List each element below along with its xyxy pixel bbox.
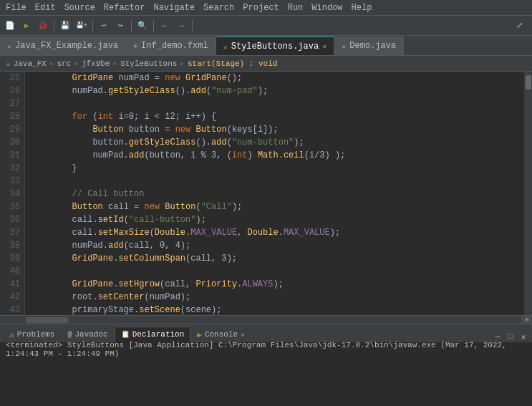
line-num-31: 31 xyxy=(0,149,20,162)
line-num-43: 43 xyxy=(0,304,20,315)
line-num-38: 38 xyxy=(0,239,20,252)
line-num-40: 40 xyxy=(0,265,20,278)
toolbar-undo[interactable]: ↩ xyxy=(97,19,111,33)
breadcrumb-pkg[interactable]: jfx9be xyxy=(82,59,110,68)
code-line-25: GridPane numPad = new GridPane(); xyxy=(31,72,524,84)
code-line-28: for (int i=0; i < 12; i++) { xyxy=(31,110,524,123)
bottom-panel: ⚠ Problems @ Javadoc 📋 Declaration ▶ Con… xyxy=(0,324,532,357)
tab-java-fx[interactable]: ☕ Java_FX_Example.java xyxy=(0,37,126,55)
inf-demo-icon: ◈ xyxy=(133,42,137,50)
line-num-36: 36 xyxy=(0,213,20,226)
breadcrumb-sep2: ▸ xyxy=(74,59,79,68)
code-area[interactable]: GridPane numPad = new GridPane(); numPad… xyxy=(25,72,524,315)
breadcrumb-sep4: ▸ xyxy=(180,59,185,68)
tab-style-buttons-label: StyleButtons.java xyxy=(231,42,319,52)
toolbar-sep5 xyxy=(192,20,193,32)
menu-run[interactable]: Run xyxy=(288,3,304,13)
code-line-40 xyxy=(31,265,524,278)
console-label: Console xyxy=(205,330,238,339)
code-line-27 xyxy=(31,97,524,110)
menu-file[interactable]: File xyxy=(6,3,26,13)
code-line-43: primaryStage.setScene(scene); xyxy=(31,304,524,315)
vertical-scrollbar[interactable] xyxy=(524,72,532,315)
toolbar: 📄 ▶ 🐞 💾 💾+ ↩ ↪ 🔍 ← → ⤢ xyxy=(0,16,532,36)
bottom-tab-javadoc[interactable]: @ Javadoc xyxy=(61,327,114,342)
toolbar-save[interactable]: 💾 xyxy=(58,19,72,33)
tab-java-fx-label: Java_FX_Example.java xyxy=(15,41,118,51)
tab-inf-demo[interactable]: ◈ Inf_demo.fxml xyxy=(126,37,216,55)
line-num-39: 39 xyxy=(0,252,20,265)
java-fx-icon: ☕ xyxy=(7,42,11,50)
toolbar-back[interactable]: ← xyxy=(158,19,172,33)
line-num-30: 30 xyxy=(0,136,20,149)
console-icon: ▶ xyxy=(197,330,202,339)
breadcrumb-src[interactable]: src xyxy=(57,59,71,68)
menu-window[interactable]: Window xyxy=(311,3,342,13)
code-line-37: call.setMaxSize(Double.MAX_VALUE, Double… xyxy=(31,226,524,239)
breadcrumb-method[interactable]: start(Stage) : void xyxy=(188,59,277,68)
breadcrumb-sep3: ▸ xyxy=(113,59,118,68)
menu-edit[interactable]: Edit xyxy=(35,3,56,13)
javadoc-label: Javadoc xyxy=(74,330,107,339)
menu-bar: File Edit Source Refactor Navigate Searc… xyxy=(0,0,532,16)
status-text: <terminated> StyleButtons [Java Applicat… xyxy=(6,341,526,358)
code-line-30: button.getStyleClass().add("num-button")… xyxy=(31,136,524,149)
bottom-tab-problems[interactable]: ⚠ Problems xyxy=(3,327,61,342)
breadcrumb: ☕ Java_FX ▸ src ▸ jfx9be ▸ StyleButtons … xyxy=(0,56,532,72)
breadcrumb-java-fx[interactable]: Java_FX xyxy=(14,59,47,68)
line-num-34: 34 xyxy=(0,188,20,200)
toolbar-search[interactable]: 🔍 xyxy=(135,19,150,33)
code-line-36: call.setId("call-button"); xyxy=(31,213,524,226)
menu-project[interactable]: Project xyxy=(243,3,279,13)
toolbar-debug[interactable]: 🐞 xyxy=(36,19,50,33)
menu-navigate[interactable]: Navigate xyxy=(153,3,195,13)
javadoc-icon: @ xyxy=(67,331,72,339)
menu-help[interactable]: Help xyxy=(352,3,372,13)
tab-style-buttons-close[interactable]: ✕ xyxy=(322,42,327,51)
bottom-tab-console[interactable]: ▶ Console ✕ xyxy=(190,327,251,342)
toolbar-maximize[interactable]: ⤢ xyxy=(512,19,526,33)
line-num-25: 25 xyxy=(0,72,20,84)
menu-refactor[interactable]: Refactor xyxy=(104,3,145,13)
problems-label: Problems xyxy=(17,330,55,339)
toolbar-save-all[interactable]: 💾+ xyxy=(74,19,89,33)
breadcrumb-sep1: ▸ xyxy=(49,59,54,68)
console-close[interactable]: ✕ xyxy=(241,331,244,339)
toolbar-new[interactable]: 📄 xyxy=(3,19,17,33)
horizontal-scrollbar[interactable]: ⊕ xyxy=(0,315,532,324)
tab-bar: ☕ Java_FX_Example.java ◈ Inf_demo.fxml ☕… xyxy=(0,36,532,56)
menu-source[interactable]: Source xyxy=(64,3,95,13)
scrollbar-corner: ⊕ xyxy=(521,316,532,324)
scrollbar-thumb[interactable] xyxy=(526,75,531,90)
tab-style-buttons[interactable]: ☕ StyleButtons.java ✕ xyxy=(216,37,334,55)
tab-demo[interactable]: ☕ Demo.java xyxy=(334,37,404,55)
bottom-tab-declaration[interactable]: 📋 Declaration xyxy=(115,327,191,342)
declaration-label: Declaration xyxy=(132,330,185,339)
breadcrumb-class[interactable]: StyleButtons xyxy=(120,59,177,68)
line-num-41: 41 xyxy=(0,278,20,291)
toolbar-redo[interactable]: ↪ xyxy=(113,19,127,33)
bottom-content: <terminated> StyleButtons [Java Applicat… xyxy=(0,342,532,357)
toolbar-run[interactable]: ▶ xyxy=(19,19,34,33)
h-scrollbar-thumb[interactable] xyxy=(26,317,69,323)
menu-search[interactable]: Search xyxy=(203,3,234,13)
demo-icon: ☕ xyxy=(342,42,346,50)
breadcrumb-icon: ☕ xyxy=(6,59,11,68)
line-num-28: 28 xyxy=(0,110,20,123)
line-num-37: 37 xyxy=(0,226,20,239)
code-line-32: } xyxy=(31,162,524,175)
toolbar-sep4 xyxy=(153,20,154,32)
code-line-33 xyxy=(31,175,524,188)
line-num-42: 42 xyxy=(0,291,20,304)
code-line-39: GridPane.setColumnSpan(call, 3); xyxy=(31,252,524,265)
style-buttons-icon: ☕ xyxy=(223,42,228,51)
code-line-31: numPad.add(button, i % 3, (int) Math.cei… xyxy=(31,149,524,162)
tab-demo-label: Demo.java xyxy=(349,41,396,51)
line-num-26: 26 xyxy=(0,84,20,97)
editor-area: 25 26 27 28 29 30 31 32 33 34 35 36 37 3… xyxy=(0,72,532,315)
tab-inf-demo-label: Inf_demo.fxml xyxy=(141,41,208,51)
line-num-32: 32 xyxy=(0,162,20,175)
toolbar-forward[interactable]: → xyxy=(174,19,188,33)
code-line-29: Button button = new Button(keys[i]); xyxy=(31,123,524,136)
toolbar-sep2 xyxy=(92,20,93,32)
